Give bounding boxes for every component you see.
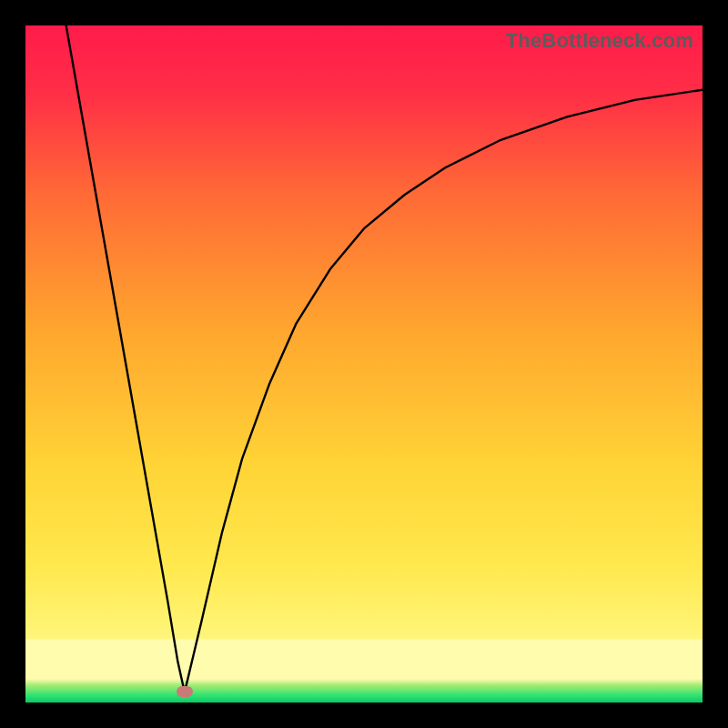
watermark-text: TheBottleneck.com xyxy=(506,29,693,53)
chart-frame: TheBottleneck.com xyxy=(25,25,703,703)
gradient-background xyxy=(25,25,703,703)
minimum-marker xyxy=(177,686,193,697)
chart-plot xyxy=(25,25,703,703)
